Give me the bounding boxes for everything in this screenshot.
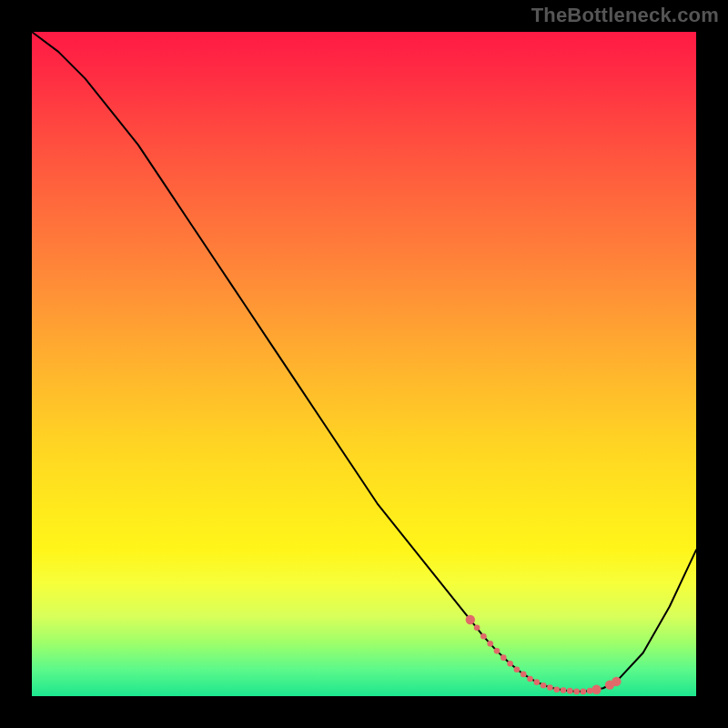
- highlight-marker: [500, 654, 507, 661]
- highlight-marker: [541, 682, 547, 689]
- highlight-marker: [547, 684, 553, 691]
- highlight-marker: [573, 689, 580, 695]
- highlight-marker: [480, 633, 487, 640]
- highlight-marker: [561, 687, 567, 693]
- highlight-marker: [521, 672, 527, 678]
- curve-path: [32, 32, 696, 692]
- highlight-marker: [487, 641, 493, 647]
- highlight-marker: [527, 676, 533, 682]
- highlight-marker: [612, 677, 621, 686]
- highlight-marker: [507, 661, 513, 667]
- highlight-marker: [553, 686, 560, 693]
- highlight-marker: [567, 688, 573, 694]
- highlight-marker: [581, 689, 587, 695]
- highlight-marker: [466, 615, 475, 624]
- chart-frame: TheBottleneck.com: [0, 0, 728, 728]
- highlight-marker: [534, 679, 541, 685]
- plot-area: [32, 32, 696, 696]
- highlight-marker: [592, 685, 601, 694]
- highlight-marker: [474, 625, 480, 632]
- highlight-marker: [494, 648, 500, 654]
- highlight-marker: [514, 667, 521, 673]
- chart-svg: [32, 32, 696, 696]
- watermark-text: TheBottleneck.com: [531, 4, 719, 27]
